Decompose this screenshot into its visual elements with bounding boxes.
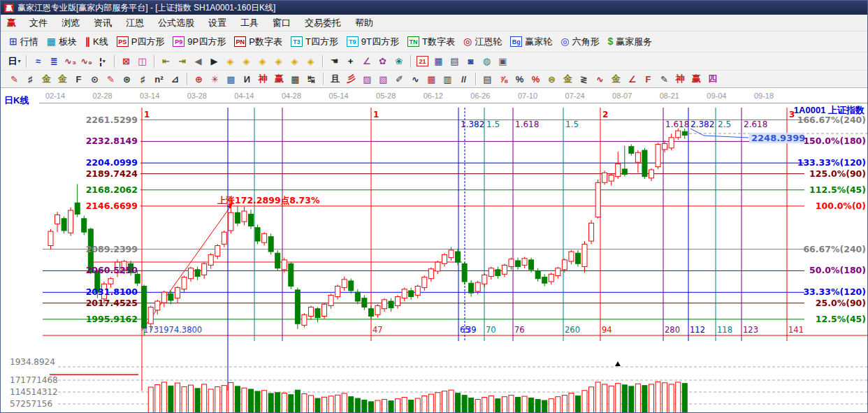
network-icon[interactable]: ◍ xyxy=(479,55,494,68)
hexagon-button[interactable]: ◎六角形 xyxy=(556,34,603,50)
gold-circle-icon[interactable]: ⊜ xyxy=(544,72,559,86)
computer-icon[interactable]: ▣ xyxy=(496,55,510,68)
diamond-plus-icon[interactable]: ◈ xyxy=(287,55,302,68)
calendar-icon[interactable]: 21 xyxy=(415,55,430,68)
quotes-button[interactable]: ⊞行情 xyxy=(5,34,43,50)
last-page-icon[interactable]: ⇥ xyxy=(175,55,189,68)
shen2-icon[interactable]: 神 xyxy=(673,72,688,86)
flower-tool-icon[interactable]: ✿ xyxy=(375,55,390,68)
pen2-icon[interactable]: ✎ xyxy=(657,72,672,86)
angle-line-icon[interactable]: ∠ xyxy=(625,72,639,86)
circle-tool-icon[interactable]: ⊛ xyxy=(120,72,134,86)
gann-wheel-button[interactable]: ◎江恩轮 xyxy=(459,34,506,50)
menu-item-9[interactable]: 帮助 xyxy=(348,16,380,30)
box-fan2-icon[interactable]: ▧ xyxy=(376,72,391,86)
col-grid-icon[interactable]: ▥ xyxy=(440,72,455,86)
gann-grid-icon[interactable]: ♯ xyxy=(23,72,38,86)
diamond-h-icon[interactable]: ◈ xyxy=(255,55,270,68)
target-tool-icon[interactable]: ⊕ xyxy=(191,72,206,86)
menu-item-2[interactable]: 资讯 xyxy=(87,16,119,30)
bars3-icon[interactable]: ∿₃ xyxy=(63,55,78,68)
menu-item-3[interactable]: 江恩 xyxy=(119,16,151,30)
winner-wheel-button[interactable]: Bg赢家轮 xyxy=(506,34,556,50)
angle-measure-icon[interactable]: ∠ xyxy=(359,55,374,68)
overlay-line-icon[interactable]: ≈ xyxy=(31,55,45,68)
p-square-button[interactable]: PSP四方形 xyxy=(113,34,169,50)
first-page-icon[interactable]: ⇤ xyxy=(159,55,173,68)
9p-square-button[interactable]: P99P四方形 xyxy=(168,34,230,50)
candle-style-icon[interactable]: ¦▾ xyxy=(95,55,110,68)
gold-section-icon[interactable]: 金 xyxy=(55,72,70,86)
net-grid-icon[interactable]: ▩ xyxy=(224,72,238,86)
pillar-tool-icon[interactable]: 且 xyxy=(328,72,342,86)
info-panel-icon[interactable]: ≣ xyxy=(47,55,62,68)
gold-line-icon[interactable]: 金 xyxy=(560,72,575,86)
menu-item-8[interactable]: 交易委托 xyxy=(298,16,348,30)
spiral-icon[interactable]: ⊙ xyxy=(87,72,102,86)
ruler-icon[interactable]: ▤ xyxy=(480,72,495,86)
flower-tool-icon-glyph: ✿ xyxy=(379,56,386,66)
hatch-icon[interactable]: // xyxy=(456,72,471,86)
calculator-icon[interactable]: ▦ xyxy=(431,55,446,68)
updown-icon[interactable]: ≷ xyxy=(577,72,591,86)
volume-bar xyxy=(415,398,420,413)
t-number-table-button[interactable]: TNT数字表 xyxy=(403,34,459,50)
p-number-table-button[interactable]: PNP数字表 xyxy=(230,34,287,50)
histogram-icon[interactable]: ◫ xyxy=(135,55,150,68)
menu-item-4[interactable]: 公式选股 xyxy=(151,16,201,30)
percent-line-icon[interactable]: % xyxy=(528,72,543,86)
menu-item-7[interactable]: 窗口 xyxy=(266,16,298,30)
span-tool-icon[interactable]: ↹ xyxy=(304,72,319,86)
diamond-all-icon[interactable]: ◈ xyxy=(303,55,318,68)
four-square-icon[interactable]: 四 xyxy=(705,72,720,86)
diamond-left-icon[interactable]: ◈ xyxy=(223,55,238,68)
wave2-icon[interactable]: ∿ xyxy=(593,72,607,86)
prev-page-icon[interactable]: ◀ xyxy=(191,55,205,68)
star-grid-icon[interactable]: ✳ xyxy=(208,72,222,86)
hexagon-button-label: 六角形 xyxy=(572,36,599,48)
kline-button[interactable]: ∥K线 xyxy=(81,34,113,50)
volume-bar xyxy=(575,396,580,413)
sectors-button[interactable]: ▦板块 xyxy=(43,34,81,50)
arc-tool-icon[interactable]: ✎ xyxy=(103,72,118,86)
cycle-tool-icon[interactable]: ❀ xyxy=(391,55,406,68)
bars9-icon[interactable]: ∿₉ xyxy=(79,55,94,68)
hand-tool-icon[interactable]: ☚ xyxy=(327,55,342,68)
f-angle-icon[interactable]: F xyxy=(641,72,656,86)
gold-ratio-icon[interactable]: 金 xyxy=(39,72,54,86)
fan-tool-icon-glyph: 彡 xyxy=(347,73,356,85)
shen-tool-icon[interactable]: 神 xyxy=(256,72,270,86)
ying-tool-icon[interactable]: 赢 xyxy=(272,72,287,86)
memo-icon[interactable]: ▤ xyxy=(447,55,462,68)
t-square-button[interactable]: T3T四方形 xyxy=(287,34,342,50)
menu-item-1[interactable]: 浏览 xyxy=(55,16,87,30)
box-fan-icon[interactable]: ▨ xyxy=(360,72,375,86)
percent-icon[interactable]: % xyxy=(512,72,527,86)
pencil-tool-icon[interactable]: ✐ xyxy=(392,72,407,86)
menu-item-6[interactable]: 工具 xyxy=(233,16,266,30)
red-grid-icon[interactable]: ▦ xyxy=(424,72,439,86)
winner-service-button[interactable]: $赢家服务 xyxy=(603,34,656,50)
save-icon[interactable]: ◙ xyxy=(463,55,478,68)
grid123-icon[interactable]: ▦ xyxy=(288,72,303,86)
crosshair-icon[interactable]: + xyxy=(343,55,358,68)
k-mark-icon[interactable]: И xyxy=(240,72,254,86)
gold2-icon[interactable]: 金 xyxy=(609,72,623,86)
period-selector[interactable]: 日▾ xyxy=(7,55,22,68)
wave-tool-icon[interactable]: ∿ xyxy=(408,72,423,86)
brush-tool-icon[interactable]: ✎ xyxy=(7,72,22,86)
triangle-tool-icon[interactable]: ⊿ xyxy=(168,72,182,86)
ying2-icon[interactable]: 赢 xyxy=(689,72,704,86)
pattern-box-icon[interactable]: ⊠ xyxy=(119,55,133,68)
diamond-x-icon[interactable]: ◈ xyxy=(271,55,286,68)
9t-square-button[interactable]: T99T四方形 xyxy=(342,34,403,50)
next-page-icon[interactable]: ▶ xyxy=(207,55,222,68)
fibo-icon[interactable]: F xyxy=(71,72,86,86)
menu-item-0[interactable]: 文件 xyxy=(22,16,55,30)
fan-tool-icon[interactable]: 彡 xyxy=(344,72,359,86)
grid2-icon[interactable]: ♯ xyxy=(136,72,150,86)
menu-item-5[interactable]: 设置 xyxy=(201,16,233,30)
pct7-icon[interactable]: ⅞ xyxy=(496,72,511,86)
n-square-icon[interactable]: n² xyxy=(152,72,166,86)
diamond-right-icon[interactable]: ◈ xyxy=(239,55,254,68)
